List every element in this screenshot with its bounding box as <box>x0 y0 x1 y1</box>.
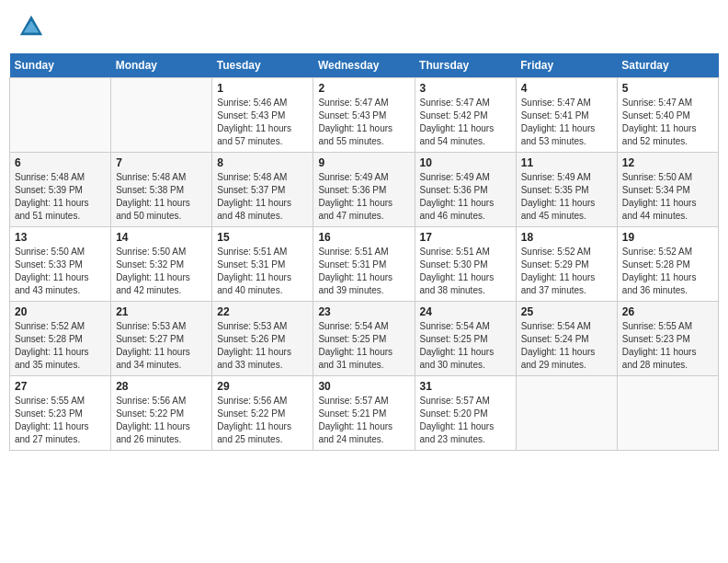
calendar-table: SundayMondayTuesdayWednesdayThursdayFrid… <box>9 53 719 451</box>
day-number: 26 <box>622 305 713 318</box>
calendar-cell: 12Sunrise: 5:50 AM Sunset: 5:34 PM Dayli… <box>617 153 718 227</box>
calendar-cell: 21Sunrise: 5:53 AM Sunset: 5:27 PM Dayli… <box>111 302 212 376</box>
weekday-header-thursday: Thursday <box>415 53 516 78</box>
day-number: 8 <box>217 156 308 169</box>
calendar-cell: 3Sunrise: 5:47 AM Sunset: 5:42 PM Daylig… <box>415 78 516 153</box>
calendar-cell: 29Sunrise: 5:56 AM Sunset: 5:22 PM Dayli… <box>212 376 313 451</box>
day-number: 13 <box>15 231 106 244</box>
day-info: Sunrise: 5:50 AM Sunset: 5:33 PM Dayligh… <box>15 246 106 297</box>
day-number: 25 <box>521 305 612 318</box>
day-number: 27 <box>15 380 106 393</box>
day-info: Sunrise: 5:49 AM Sunset: 5:36 PM Dayligh… <box>420 171 511 223</box>
calendar-cell: 11Sunrise: 5:49 AM Sunset: 5:35 PM Dayli… <box>516 153 617 227</box>
day-info: Sunrise: 5:55 AM Sunset: 5:23 PM Dayligh… <box>622 320 713 372</box>
day-info: Sunrise: 5:55 AM Sunset: 5:23 PM Dayligh… <box>15 395 106 446</box>
weekday-header-sunday: Sunday <box>10 53 111 78</box>
calendar-cell: 6Sunrise: 5:48 AM Sunset: 5:39 PM Daylig… <box>10 153 111 227</box>
day-info: Sunrise: 5:53 AM Sunset: 5:27 PM Dayligh… <box>116 320 207 372</box>
calendar-cell: 23Sunrise: 5:54 AM Sunset: 5:25 PM Dayli… <box>313 302 415 376</box>
calendar-cell <box>10 78 111 153</box>
day-info: Sunrise: 5:54 AM Sunset: 5:25 PM Dayligh… <box>318 320 409 372</box>
calendar-cell <box>617 376 718 451</box>
calendar-week-row: 20Sunrise: 5:52 AM Sunset: 5:28 PM Dayli… <box>10 302 719 376</box>
calendar-week-row: 27Sunrise: 5:55 AM Sunset: 5:23 PM Dayli… <box>10 376 719 451</box>
calendar-cell: 19Sunrise: 5:52 AM Sunset: 5:28 PM Dayli… <box>617 227 718 302</box>
day-info: Sunrise: 5:52 AM Sunset: 5:28 PM Dayligh… <box>622 246 713 297</box>
day-info: Sunrise: 5:50 AM Sunset: 5:34 PM Dayligh… <box>622 171 713 223</box>
calendar-cell: 9Sunrise: 5:49 AM Sunset: 5:36 PM Daylig… <box>313 153 415 227</box>
day-info: Sunrise: 5:56 AM Sunset: 5:22 PM Dayligh… <box>116 395 207 446</box>
day-info: Sunrise: 5:57 AM Sunset: 5:21 PM Dayligh… <box>318 395 409 446</box>
calendar-cell: 18Sunrise: 5:52 AM Sunset: 5:29 PM Dayli… <box>516 227 617 302</box>
weekday-header-friday: Friday <box>516 53 617 78</box>
calendar-cell: 22Sunrise: 5:53 AM Sunset: 5:26 PM Dayli… <box>212 302 313 376</box>
day-number: 30 <box>318 380 409 393</box>
weekday-header-row: SundayMondayTuesdayWednesdayThursdayFrid… <box>10 53 719 78</box>
calendar-cell: 10Sunrise: 5:49 AM Sunset: 5:36 PM Dayli… <box>415 153 516 227</box>
calendar-cell <box>516 376 617 451</box>
calendar-cell: 31Sunrise: 5:57 AM Sunset: 5:20 PM Dayli… <box>415 376 516 451</box>
calendar-cell: 14Sunrise: 5:50 AM Sunset: 5:32 PM Dayli… <box>111 227 212 302</box>
weekday-header-monday: Monday <box>111 53 212 78</box>
calendar-cell: 27Sunrise: 5:55 AM Sunset: 5:23 PM Dayli… <box>10 376 111 451</box>
day-info: Sunrise: 5:49 AM Sunset: 5:35 PM Dayligh… <box>521 171 612 223</box>
day-number: 10 <box>420 156 511 169</box>
day-number: 17 <box>420 231 511 244</box>
calendar-cell: 16Sunrise: 5:51 AM Sunset: 5:31 PM Dayli… <box>313 227 415 302</box>
day-number: 12 <box>622 156 713 169</box>
day-number: 23 <box>318 305 409 318</box>
calendar-cell: 25Sunrise: 5:54 AM Sunset: 5:24 PM Dayli… <box>516 302 617 376</box>
day-info: Sunrise: 5:54 AM Sunset: 5:25 PM Dayligh… <box>420 320 511 372</box>
calendar-cell: 1Sunrise: 5:46 AM Sunset: 5:43 PM Daylig… <box>212 78 313 153</box>
calendar-cell: 5Sunrise: 5:47 AM Sunset: 5:40 PM Daylig… <box>617 78 718 153</box>
calendar-week-row: 1Sunrise: 5:46 AM Sunset: 5:43 PM Daylig… <box>10 78 719 153</box>
day-number: 15 <box>217 231 308 244</box>
calendar-cell: 7Sunrise: 5:48 AM Sunset: 5:38 PM Daylig… <box>111 153 212 227</box>
calendar-cell: 13Sunrise: 5:50 AM Sunset: 5:33 PM Dayli… <box>10 227 111 302</box>
calendar-cell: 17Sunrise: 5:51 AM Sunset: 5:30 PM Dayli… <box>415 227 516 302</box>
calendar-cell: 24Sunrise: 5:54 AM Sunset: 5:25 PM Dayli… <box>415 302 516 376</box>
calendar-cell: 20Sunrise: 5:52 AM Sunset: 5:28 PM Dayli… <box>10 302 111 376</box>
day-info: Sunrise: 5:54 AM Sunset: 5:24 PM Dayligh… <box>521 320 612 372</box>
logo <box>18 14 48 40</box>
day-number: 5 <box>622 82 713 95</box>
day-info: Sunrise: 5:49 AM Sunset: 5:36 PM Dayligh… <box>318 171 409 223</box>
calendar-week-row: 6Sunrise: 5:48 AM Sunset: 5:39 PM Daylig… <box>10 153 719 227</box>
day-info: Sunrise: 5:51 AM Sunset: 5:31 PM Dayligh… <box>318 246 409 297</box>
day-info: Sunrise: 5:53 AM Sunset: 5:26 PM Dayligh… <box>217 320 308 372</box>
day-number: 7 <box>116 156 207 169</box>
day-number: 18 <box>521 231 612 244</box>
day-info: Sunrise: 5:47 AM Sunset: 5:40 PM Dayligh… <box>622 97 713 148</box>
day-info: Sunrise: 5:48 AM Sunset: 5:37 PM Dayligh… <box>217 171 308 223</box>
day-number: 9 <box>318 156 409 169</box>
day-info: Sunrise: 5:48 AM Sunset: 5:38 PM Dayligh… <box>116 171 207 223</box>
day-number: 11 <box>521 156 612 169</box>
day-number: 4 <box>521 82 612 95</box>
page-header <box>9 9 719 44</box>
day-info: Sunrise: 5:47 AM Sunset: 5:43 PM Dayligh… <box>318 97 409 148</box>
calendar-cell: 15Sunrise: 5:51 AM Sunset: 5:31 PM Dayli… <box>212 227 313 302</box>
day-info: Sunrise: 5:56 AM Sunset: 5:22 PM Dayligh… <box>217 395 308 446</box>
calendar-cell: 2Sunrise: 5:47 AM Sunset: 5:43 PM Daylig… <box>313 78 415 153</box>
weekday-header-saturday: Saturday <box>617 53 718 78</box>
day-info: Sunrise: 5:51 AM Sunset: 5:30 PM Dayligh… <box>420 246 511 297</box>
day-info: Sunrise: 5:50 AM Sunset: 5:32 PM Dayligh… <box>116 246 207 297</box>
day-number: 14 <box>116 231 207 244</box>
day-number: 2 <box>318 82 409 95</box>
day-number: 21 <box>116 305 207 318</box>
day-number: 31 <box>420 380 511 393</box>
day-number: 22 <box>217 305 308 318</box>
day-info: Sunrise: 5:57 AM Sunset: 5:20 PM Dayligh… <box>420 395 511 446</box>
day-info: Sunrise: 5:52 AM Sunset: 5:29 PM Dayligh… <box>521 246 612 297</box>
day-info: Sunrise: 5:46 AM Sunset: 5:43 PM Dayligh… <box>217 97 308 148</box>
day-number: 24 <box>420 305 511 318</box>
day-info: Sunrise: 5:51 AM Sunset: 5:31 PM Dayligh… <box>217 246 308 297</box>
calendar-cell <box>111 78 212 153</box>
day-number: 29 <box>217 380 308 393</box>
day-number: 3 <box>420 82 511 95</box>
calendar-cell: 4Sunrise: 5:47 AM Sunset: 5:41 PM Daylig… <box>516 78 617 153</box>
logo-icon <box>18 14 44 40</box>
calendar-cell: 28Sunrise: 5:56 AM Sunset: 5:22 PM Dayli… <box>111 376 212 451</box>
calendar-week-row: 13Sunrise: 5:50 AM Sunset: 5:33 PM Dayli… <box>10 227 719 302</box>
day-info: Sunrise: 5:47 AM Sunset: 5:41 PM Dayligh… <box>521 97 612 148</box>
